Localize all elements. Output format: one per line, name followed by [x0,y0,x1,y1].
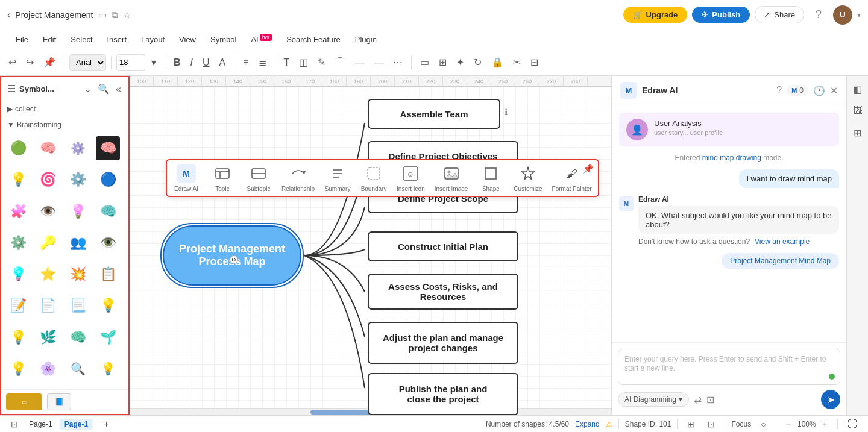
menu-select[interactable]: Select [64,33,98,46]
ai-card-user-analysis[interactable]: 👤 User Analysis user story... user profi… [619,113,839,146]
pin-button[interactable]: 📌 [40,54,59,70]
underline-button[interactable]: U [199,55,213,70]
ai-close-button[interactable]: ✕ [830,85,838,96]
font-size-dropdown[interactable]: ▾ [148,54,160,70]
align-left-button[interactable]: ≡ [239,55,252,70]
ai-history-button[interactable]: 🕐 [813,85,825,96]
symbol-item[interactable]: ⚙️ [6,231,30,255]
node-assess-costs[interactable]: Assess Costs, Risks, andResources [368,274,518,310]
ai-mode-selector[interactable]: AI Diagramming ▾ [618,392,689,407]
ft-edraw-ai[interactable]: M Edraw AI [173,164,200,192]
upgrade-button[interactable]: 🛒 Upgrade [623,7,688,23]
symbol-item[interactable]: 🌱 [96,325,120,349]
frame-button[interactable]: ▭ [417,54,433,70]
ft-shape[interactable]: Shape [477,164,504,192]
zoom-out-button[interactable]: − [782,416,795,432]
back-button[interactable]: ‹ [7,10,10,20]
sidebar-bottom-shape[interactable]: ▭ [6,393,42,410]
node-publish-plan[interactable]: Publish the plan andclose the project [368,373,518,415]
ft-summary[interactable]: Summary [324,164,351,192]
symbol-item[interactable]: 🔵 [96,167,120,192]
node-assemble-team[interactable]: Assemble Team [368,99,500,129]
symbol-item[interactable]: 💡 [6,357,30,381]
pin-icon[interactable]: 📌 [583,164,593,174]
ft-insert-image[interactable]: Insert Image [435,164,468,192]
symbol-item[interactable]: 🧩 [6,199,30,224]
menu-plugin[interactable]: Plugin [349,33,383,46]
sidebar-collapse-button[interactable]: ⌄ [83,82,93,96]
right-edge-grid-button[interactable]: ⊞ [849,124,866,141]
lock-button[interactable]: 🔒 [488,54,507,70]
ft-topic[interactable]: Topic [209,164,236,192]
sidebar-search-button[interactable]: 🔍 [96,82,111,96]
focus-button[interactable]: ○ [757,417,769,431]
avatar[interactable]: U [833,5,852,25]
dropdown-icon[interactable]: ▾ [857,11,861,19]
ai-footer-swap-button[interactable]: ⇄ [694,394,702,405]
symbol-item[interactable]: 🌿 [36,325,60,349]
publish-button[interactable]: ✈ Publish [692,7,750,23]
menu-view[interactable]: View [173,33,202,46]
sidebar-close-button[interactable]: « [115,83,122,96]
connector-button[interactable]: ⌒ [332,54,348,71]
symbol-item[interactable]: 💡 [6,167,30,192]
minimize-icon[interactable]: ▭ [98,10,107,20]
transform-status-button[interactable]: ⊡ [704,417,719,431]
layer-status-button[interactable]: ⊞ [684,417,698,431]
dots-button[interactable]: ⋯ [389,54,406,70]
info-icon[interactable]: ℹ [505,107,508,117]
undo-button[interactable]: ↩ [5,54,20,70]
rotate-button[interactable]: ↻ [470,54,485,70]
align-type-button[interactable]: ≣ [255,54,270,70]
ai-send-button[interactable]: ➤ [821,390,840,409]
symbol-item[interactable]: 🧠 [36,136,60,160]
symbol-item[interactable]: 🧠 [96,199,120,224]
star-icon[interactable]: ☆ [123,10,131,20]
symbol-item[interactable]: ⚙️ [66,167,90,192]
symbol-item[interactable]: 💥 [66,262,90,286]
menu-file[interactable]: File [10,33,34,46]
ft-insert-icon[interactable]: ☺ Insert Icon [397,164,425,192]
menu-layout[interactable]: Layout [135,33,171,46]
italic-button[interactable]: I [187,55,197,70]
symbol-item[interactable]: 📃 [66,293,90,318]
share-button[interactable]: ↗ Share [755,6,804,23]
scissors-button[interactable]: ✂ [509,54,524,70]
menu-symbol[interactable]: Symbol [204,33,242,46]
ai-footer-grid-button[interactable]: ⊡ [706,394,714,405]
help-button[interactable]: ? [809,5,828,25]
fill-button[interactable]: ◫ [295,54,312,70]
ai-view-example-link[interactable]: View an example [755,237,810,246]
symbol-item[interactable]: ⭐ [36,262,60,286]
redo-button[interactable]: ↪ [22,54,37,70]
zoom-in-button[interactable]: + [819,416,831,432]
ft-customize[interactable]: Customize [514,164,542,192]
font-selector[interactable]: Arial [69,54,106,71]
menu-ai[interactable]: AIhot [245,32,278,46]
symbol-item[interactable]: 🌸 [36,357,60,381]
sidebar-bottom-book[interactable]: 📘 [47,393,71,410]
menu-edit[interactable]: Edit [37,33,62,46]
fullscreen-button[interactable]: ⛶ [844,416,861,432]
sidebar-section-brainstorming[interactable]: ▼ Brainstorming [1,117,128,133]
table-button[interactable]: ⊟ [527,54,542,70]
symbol-item[interactable]: 👁️ [96,231,120,255]
add-page-button[interactable]: + [100,416,113,432]
right-edge-image-button[interactable]: 🖼 [849,102,866,119]
page-icon-button[interactable]: ⊡ [7,417,22,431]
symbol-item[interactable]: 👥 [66,231,90,255]
font-color-button[interactable]: A [216,55,230,70]
ai-help-button[interactable]: ? [776,85,782,96]
symbol-item[interactable]: 📝 [6,293,30,318]
symbol-item[interactable]: 💡 [6,262,30,286]
ft-relationship[interactable]: Relationship [281,164,315,192]
ai-suggestion-chip[interactable]: Project Management Mind Map [722,253,839,269]
symbol-item[interactable]: 👁️ [36,199,60,224]
font-size-input[interactable] [116,54,145,71]
active-page-tab[interactable]: Page-1 [60,419,93,430]
layer-button[interactable]: ⊞ [435,54,450,70]
menu-search-feature[interactable]: Search Feature [280,33,347,46]
symbol-item[interactable]: 💡 [96,293,120,318]
pen-button[interactable]: ✎ [314,54,329,70]
expand-link[interactable]: Expand [575,420,600,428]
